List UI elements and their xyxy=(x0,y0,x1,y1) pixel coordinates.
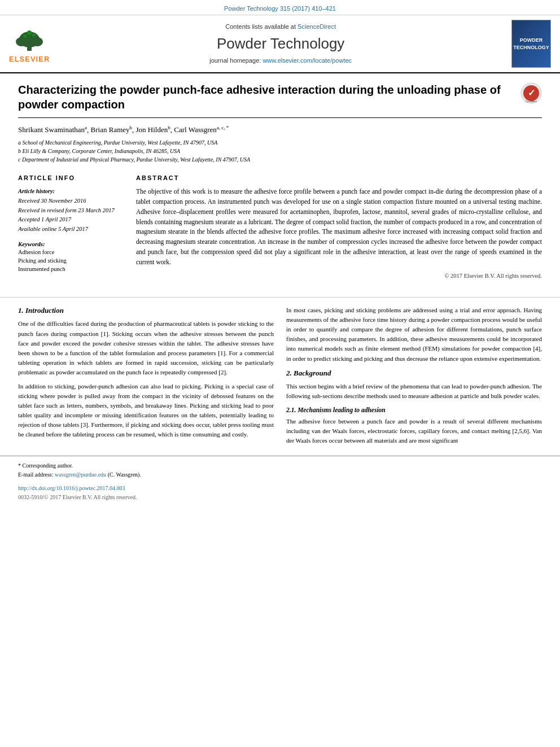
keyword-2: Picking and sticking xyxy=(18,257,123,265)
article-history: Article history: Received 30 November 20… xyxy=(18,187,123,234)
affiliation-b: b Eli Lilly & Company, Corporate Center,… xyxy=(18,147,542,155)
crossmark-badge[interactable]: ✓ CrossMark xyxy=(520,82,542,104)
subsection2-1-text: The adhesive force between a punch face … xyxy=(286,417,542,445)
affiliation-a: a School of Mechanical Engineering, Purd… xyxy=(18,138,542,147)
keyword-1: Adhesion force xyxy=(18,248,123,257)
body-left-column: 1. Introduction One of the difficulties … xyxy=(18,305,274,450)
journal-homepage: journal homepage: www.elsevier.com/locat… xyxy=(50,56,511,65)
article-container: Characterizing the powder punch-face adh… xyxy=(0,73,560,289)
journal-reference: Powder Technology 315 (2017) 410–421 xyxy=(224,5,336,12)
svg-point-2 xyxy=(16,37,27,46)
journal-header: ELSEVIER Contents lists available at Sci… xyxy=(0,15,560,73)
article-info-heading: ARTICLE INFO xyxy=(18,174,123,182)
section1-title: 1. Introduction xyxy=(18,305,274,316)
elsevier-tree-icon xyxy=(9,24,50,53)
journal-center: Contents lists available at ScienceDirec… xyxy=(50,23,511,65)
footnote-section: * Corresponding author. E-mail address: … xyxy=(0,456,560,479)
contents-line: Contents lists available at ScienceDirec… xyxy=(50,23,511,31)
footnote-email: E-mail address: wassgren@purdue.edu (C. … xyxy=(18,471,542,479)
abstract-column: ABSTRACT The objective of this work is t… xyxy=(136,174,542,281)
svg-text:✓: ✓ xyxy=(528,88,535,98)
elsevier-wordmark: ELSEVIER xyxy=(9,54,50,64)
article-title-section: Characterizing the powder punch-face adh… xyxy=(18,82,542,118)
keyword-3: Instrumented punch xyxy=(18,265,123,274)
received-date: Received 30 November 2016 xyxy=(18,198,86,204)
svg-point-3 xyxy=(32,37,43,46)
section-divider xyxy=(0,297,560,298)
journal-thumbnail: POWDER TECHNOLOGY xyxy=(511,20,551,68)
doi-link[interactable]: http://dx.doi.org/10.1016/j.powtec.2017.… xyxy=(18,484,542,492)
revised-date: Received in revised form 23 March 2017 xyxy=(18,207,115,213)
keywords-section: Keywords: Adhesion force Picking and sti… xyxy=(18,240,123,273)
history-label: Article history: xyxy=(18,188,55,194)
body-right-column: In most cases, picking and sticking prob… xyxy=(286,305,542,450)
body-container: 1. Introduction One of the difficulties … xyxy=(0,305,560,450)
affiliations: a School of Mechanical Engineering, Purd… xyxy=(18,138,542,164)
subsection2-1-title: 2.1. Mechanisms leading to adhesion xyxy=(286,405,542,414)
footnote-star: * Corresponding author. xyxy=(18,462,542,470)
section2-title: 2. Background xyxy=(286,368,542,378)
top-bar: Powder Technology 315 (2017) 410–421 xyxy=(0,0,560,15)
bottom-bar: http://dx.doi.org/10.1016/j.powtec.2017.… xyxy=(0,480,560,506)
copyright-line: © 2017 Elsevier B.V. All rights reserved… xyxy=(136,272,542,281)
abstract-text: The objective of this work is to measure… xyxy=(136,187,542,268)
svg-point-6 xyxy=(27,30,32,35)
sciencedirect-link[interactable]: ScienceDirect xyxy=(298,23,336,30)
issn-copyright: 0032-5910/© 2017 Elsevier B.V. All right… xyxy=(18,493,542,501)
svg-point-5 xyxy=(32,33,36,37)
abstract-heading: ABSTRACT xyxy=(136,174,542,182)
article-info-column: ARTICLE INFO Article history: Received 3… xyxy=(18,174,123,281)
section1-right-para1: In most cases, picking and sticking prob… xyxy=(286,305,542,363)
elsevier-logo: ELSEVIER xyxy=(9,24,50,64)
affiliation-c: c Department of Industrial and Physical … xyxy=(18,155,542,164)
authors-section: Shrikant Swaminathana, Brian Rameyb, Jon… xyxy=(18,124,542,135)
section1-para2: In addition to sticking, powder-punch ad… xyxy=(18,382,274,439)
keywords-label: Keywords: xyxy=(18,240,123,248)
article-title: Characterizing the powder punch-face adh… xyxy=(18,82,514,112)
authors: Shrikant Swaminathana, Brian Rameyb, Jon… xyxy=(18,125,229,134)
article-info-abstract: ARTICLE INFO Article history: Received 3… xyxy=(18,174,542,281)
email-link[interactable]: wassgren@purdue.edu xyxy=(55,471,106,478)
available-date: Available online 5 April 2017 xyxy=(18,226,88,232)
accepted-date: Accepted 1 April 2017 xyxy=(18,216,71,222)
svg-text:CrossMark: CrossMark xyxy=(526,100,536,103)
section1-para1: One of the difficulties faced during the… xyxy=(18,319,274,377)
svg-point-4 xyxy=(23,34,27,38)
section2-intro: This section begins with a brief review … xyxy=(286,382,542,401)
homepage-link[interactable]: www.elsevier.com/locate/powtec xyxy=(262,57,352,64)
journal-title: Powder Technology xyxy=(50,33,511,54)
